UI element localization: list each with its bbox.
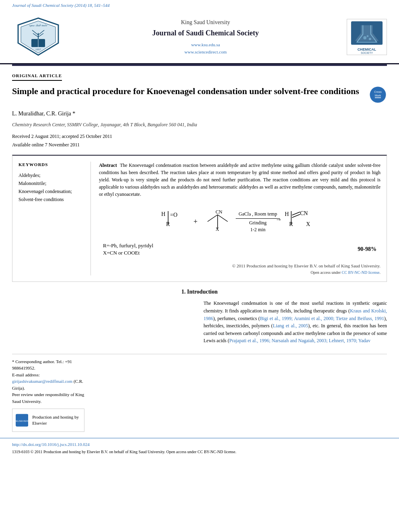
abstract-label: Abstract: [99, 162, 117, 168]
svg-text:X: X: [306, 221, 310, 227]
article-type-label: ORIGINAL ARTICLE: [12, 73, 62, 80]
svg-text:=O: =O: [170, 212, 177, 218]
r-groups-row: R=-Ph, furfuryl, pyridyl X=CN or COOEt 9…: [99, 240, 380, 259]
keyword-4: Solvent-free conditions: [19, 196, 84, 203]
crossmark-badge: Cross Mark: [369, 86, 387, 104]
plus-sign: +: [193, 217, 197, 227]
svg-text:ELSEVIER: ELSEVIER: [16, 419, 28, 422]
svg-point-12: [363, 36, 366, 39]
r-groups-text: R=-Ph, furfuryl, pyridyl X=CN or COOEt: [103, 242, 153, 257]
elsevier-text: Production and hosting by Elsevier: [32, 414, 81, 427]
reaction-conditions-block: GaCl₃ , Room temp → Grinding 1-2 min: [236, 211, 280, 233]
methylene-structure: CN X: [204, 209, 232, 235]
intro-col-left: [12, 300, 195, 348]
footnote-section: * Corresponding author. Tel.: +91 988641…: [12, 354, 387, 432]
svg-text:1957: 1957: [35, 48, 41, 51]
introduction-text: The Knoevenagel condensation is one of t…: [12, 300, 387, 348]
title-row: Simple and practical procedure for Knoev…: [12, 86, 387, 104]
keyword-3: Knoevenagel condensation;: [19, 188, 84, 195]
svg-text:CHEMICAL: CHEMICAL: [358, 48, 376, 52]
copyright-text: © 2011 Production and hosting by Elsevie…: [99, 263, 380, 275]
keywords-column: KEYWORDS Aldehydes; Malononitrile; Knoev…: [19, 162, 91, 275]
svg-text:جامعة الملك سعود: جامعة الملك سعود: [29, 24, 47, 27]
keyword-2: Malononitrile;: [19, 180, 84, 187]
university-name: King Saud University: [72, 18, 339, 27]
abstract-column: Abstract The Knoevenagel condensation re…: [99, 162, 380, 275]
svg-line-27: [218, 215, 228, 222]
journal-name: Journal of Saudi Chemical Society: [72, 28, 339, 38]
ksu-logo: 1957 جامعة الملك سعود: [12, 15, 64, 59]
open-access-text: Open access under CC BY-NC-ND license.: [99, 269, 380, 275]
introduction-title: 1. Introduction: [12, 288, 387, 296]
product-structure: H CN R X: [284, 208, 320, 236]
reaction-arrow-line: →: [236, 218, 280, 219]
elsevier-logo: ELSEVIER: [16, 412, 28, 428]
doi-footer: http://dx.doi.org/10.1016/j.jscs.2011.10…: [0, 438, 399, 458]
corresponding-author: * Corresponding author. Tel.: +91 988641…: [12, 358, 84, 405]
intro-col-right: The Knoevenagel condensation is one of t…: [204, 300, 387, 348]
intro-paragraph-1: The Knoevenagel condensation is one of t…: [204, 300, 387, 345]
svg-text:CN: CN: [216, 209, 222, 215]
svg-text:H: H: [161, 211, 165, 217]
svg-point-13: [369, 38, 371, 40]
svg-line-26: [208, 215, 218, 222]
header-center: King Saud University Journal of Saudi Ch…: [64, 18, 347, 55]
main-content: ORIGINAL ARTICLE Simple and practical pr…: [0, 66, 399, 438]
svg-text:Mark: Mark: [375, 94, 381, 97]
authors: L. Muralidhar, C.R. Girija *: [12, 110, 387, 118]
received-dates: Received 2 August 2011; accepted 25 Octo…: [12, 132, 387, 149]
keywords-title: KEYWORDS: [19, 162, 84, 168]
footer-copyright: 1319-6103 © 2011 Production and hosting …: [12, 449, 387, 455]
time-text: 1-2 min: [250, 226, 265, 233]
abstract-text: Abstract The Knoevenagel condensation re…: [99, 162, 380, 198]
footnote-left: * Corresponding author. Tel.: +91 988641…: [12, 358, 84, 432]
article-title: Simple and practical procedure for Knoev…: [12, 86, 363, 97]
keyword-1: Aldehydes;: [19, 172, 84, 179]
svg-point-14: [367, 35, 369, 37]
elsevier-box: ELSEVIER Production and hosting by Elsev…: [12, 409, 84, 432]
reaction-diagram: H =O R + CN X: [99, 204, 380, 240]
doi-link[interactable]: http://dx.doi.org/10.1016/j.jscs.2011.10…: [12, 442, 387, 448]
catalyst-text: GaCl₃ , Room temp: [239, 211, 277, 218]
grinding-text: Grinding: [249, 220, 266, 226]
abstract-section: KEYWORDS Aldehydes; Malononitrile; Knoev…: [12, 155, 387, 282]
svg-text:H: H: [285, 211, 289, 217]
journal-urls: www.ksu.edu.sa www.sciencedirect.com: [72, 41, 339, 55]
journal-reference: Journal of Saudi Chemical Society (2014)…: [0, 0, 399, 11]
svg-text:CN: CN: [300, 210, 308, 216]
svg-text:SOCIETY: SOCIETY: [361, 51, 373, 54]
yield-text: 90-98%: [358, 245, 376, 253]
svg-text:Cross: Cross: [374, 90, 382, 93]
chemical-society-logo: CHEMICAL SOCIETY: [347, 19, 387, 55]
aldehyde-structure: H =O R: [159, 208, 187, 236]
page-header: 1957 جامعة الملك سعود King Saud Universi…: [0, 11, 399, 64]
affiliation: Chemistry Research Center, SSMRV College…: [12, 121, 387, 128]
